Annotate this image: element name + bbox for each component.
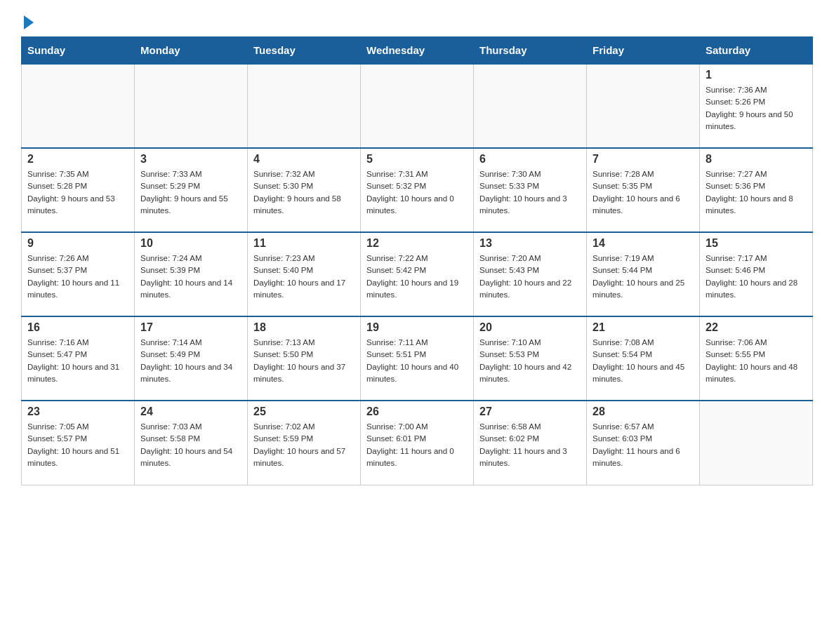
calendar-cell: 27Sunrise: 6:58 AMSunset: 6:02 PMDayligh… <box>474 401 587 485</box>
day-header-tuesday: Tuesday <box>248 37 361 65</box>
day-number: 6 <box>479 153 581 166</box>
day-number: 22 <box>706 321 807 334</box>
calendar-cell <box>474 64 587 148</box>
logo <box>21 14 34 29</box>
calendar-header-row: SundayMondayTuesdayWednesdayThursdayFrid… <box>22 37 813 65</box>
calendar-cell: 17Sunrise: 7:14 AMSunset: 5:49 PMDayligh… <box>135 316 248 401</box>
day-info: Sunrise: 7:22 AMSunset: 5:42 PMDaylight:… <box>366 253 468 301</box>
calendar-cell: 2Sunrise: 7:35 AMSunset: 5:28 PMDaylight… <box>22 148 135 232</box>
day-number: 21 <box>593 321 694 334</box>
day-info: Sunrise: 7:03 AMSunset: 5:58 PMDaylight:… <box>140 421 241 469</box>
day-header-monday: Monday <box>135 37 248 65</box>
calendar-cell: 22Sunrise: 7:06 AMSunset: 5:55 PMDayligh… <box>700 316 813 401</box>
day-number: 13 <box>479 237 581 250</box>
calendar-cell: 20Sunrise: 7:10 AMSunset: 5:53 PMDayligh… <box>474 316 587 401</box>
calendar-cell: 14Sunrise: 7:19 AMSunset: 5:44 PMDayligh… <box>587 232 700 316</box>
day-info: Sunrise: 6:58 AMSunset: 6:02 PMDaylight:… <box>479 421 581 469</box>
day-info: Sunrise: 7:30 AMSunset: 5:33 PMDaylight:… <box>479 168 581 217</box>
calendar-cell: 26Sunrise: 7:00 AMSunset: 6:01 PMDayligh… <box>361 401 474 485</box>
day-header-sunday: Sunday <box>22 37 135 65</box>
day-info: Sunrise: 7:31 AMSunset: 5:32 PMDaylight:… <box>366 168 468 217</box>
calendar-cell <box>248 64 361 148</box>
day-header-wednesday: Wednesday <box>361 37 474 65</box>
day-number: 25 <box>253 405 355 418</box>
day-info: Sunrise: 7:08 AMSunset: 5:54 PMDaylight:… <box>593 337 694 385</box>
day-number: 18 <box>253 321 355 334</box>
day-number: 5 <box>366 153 468 166</box>
day-info: Sunrise: 7:28 AMSunset: 5:35 PMDaylight:… <box>593 168 694 217</box>
day-number: 26 <box>366 405 468 418</box>
day-info: Sunrise: 7:14 AMSunset: 5:49 PMDaylight:… <box>140 337 241 385</box>
calendar-cell: 16Sunrise: 7:16 AMSunset: 5:47 PMDayligh… <box>22 316 135 401</box>
calendar-cell: 12Sunrise: 7:22 AMSunset: 5:42 PMDayligh… <box>361 232 474 316</box>
calendar-cell: 4Sunrise: 7:32 AMSunset: 5:30 PMDaylight… <box>248 148 361 232</box>
calendar-cell: 7Sunrise: 7:28 AMSunset: 5:35 PMDaylight… <box>587 148 700 232</box>
week-row-4: 16Sunrise: 7:16 AMSunset: 5:47 PMDayligh… <box>22 316 813 401</box>
day-info: Sunrise: 7:13 AMSunset: 5:50 PMDaylight:… <box>253 337 355 385</box>
day-info: Sunrise: 7:24 AMSunset: 5:39 PMDaylight:… <box>140 253 241 301</box>
calendar-cell: 5Sunrise: 7:31 AMSunset: 5:32 PMDaylight… <box>361 148 474 232</box>
day-info: Sunrise: 7:10 AMSunset: 5:53 PMDaylight:… <box>479 337 581 385</box>
calendar-cell: 11Sunrise: 7:23 AMSunset: 5:40 PMDayligh… <box>248 232 361 316</box>
day-number: 9 <box>27 237 128 250</box>
day-info: Sunrise: 7:02 AMSunset: 5:59 PMDaylight:… <box>253 421 355 469</box>
calendar-cell: 9Sunrise: 7:26 AMSunset: 5:37 PMDaylight… <box>22 232 135 316</box>
calendar-cell: 25Sunrise: 7:02 AMSunset: 5:59 PMDayligh… <box>248 401 361 485</box>
day-info: Sunrise: 7:26 AMSunset: 5:37 PMDaylight:… <box>27 253 128 301</box>
calendar-cell: 28Sunrise: 6:57 AMSunset: 6:03 PMDayligh… <box>587 401 700 485</box>
calendar-cell <box>587 64 700 148</box>
day-info: Sunrise: 7:20 AMSunset: 5:43 PMDaylight:… <box>479 253 581 301</box>
day-number: 2 <box>27 153 128 166</box>
day-header-thursday: Thursday <box>474 37 587 65</box>
day-number: 23 <box>27 405 128 418</box>
logo-arrow-icon <box>24 15 34 29</box>
day-number: 3 <box>140 153 241 166</box>
day-info: Sunrise: 6:57 AMSunset: 6:03 PMDaylight:… <box>593 421 694 469</box>
week-row-2: 2Sunrise: 7:35 AMSunset: 5:28 PMDaylight… <box>22 148 813 232</box>
day-number: 20 <box>479 321 581 334</box>
calendar-cell <box>700 401 813 485</box>
day-number: 19 <box>366 321 468 334</box>
calendar-cell: 24Sunrise: 7:03 AMSunset: 5:58 PMDayligh… <box>135 401 248 485</box>
day-header-friday: Friday <box>587 37 700 65</box>
calendar-cell: 10Sunrise: 7:24 AMSunset: 5:39 PMDayligh… <box>135 232 248 316</box>
day-number: 14 <box>593 237 694 250</box>
day-info: Sunrise: 7:17 AMSunset: 5:46 PMDaylight:… <box>706 253 807 301</box>
calendar-cell: 23Sunrise: 7:05 AMSunset: 5:57 PMDayligh… <box>22 401 135 485</box>
day-number: 15 <box>706 237 807 250</box>
calendar-cell: 8Sunrise: 7:27 AMSunset: 5:36 PMDaylight… <box>700 148 813 232</box>
day-number: 12 <box>366 237 468 250</box>
calendar-cell: 1Sunrise: 7:36 AMSunset: 5:26 PMDaylight… <box>700 64 813 148</box>
day-number: 4 <box>253 153 355 166</box>
calendar-cell: 15Sunrise: 7:17 AMSunset: 5:46 PMDayligh… <box>700 232 813 316</box>
calendar-cell <box>361 64 474 148</box>
week-row-5: 23Sunrise: 7:05 AMSunset: 5:57 PMDayligh… <box>22 401 813 485</box>
day-info: Sunrise: 7:05 AMSunset: 5:57 PMDaylight:… <box>27 421 128 469</box>
calendar-cell: 18Sunrise: 7:13 AMSunset: 5:50 PMDayligh… <box>248 316 361 401</box>
calendar-cell <box>22 64 135 148</box>
day-info: Sunrise: 7:23 AMSunset: 5:40 PMDaylight:… <box>253 253 355 301</box>
day-info: Sunrise: 7:06 AMSunset: 5:55 PMDaylight:… <box>706 337 807 385</box>
day-number: 28 <box>593 405 694 418</box>
day-info: Sunrise: 7:16 AMSunset: 5:47 PMDaylight:… <box>27 337 128 385</box>
day-info: Sunrise: 7:36 AMSunset: 5:26 PMDaylight:… <box>706 84 807 133</box>
day-info: Sunrise: 7:32 AMSunset: 5:30 PMDaylight:… <box>253 168 355 217</box>
calendar-cell: 21Sunrise: 7:08 AMSunset: 5:54 PMDayligh… <box>587 316 700 401</box>
calendar-cell: 13Sunrise: 7:20 AMSunset: 5:43 PMDayligh… <box>474 232 587 316</box>
calendar-cell <box>135 64 248 148</box>
calendar-cell: 19Sunrise: 7:11 AMSunset: 5:51 PMDayligh… <box>361 316 474 401</box>
day-info: Sunrise: 7:35 AMSunset: 5:28 PMDaylight:… <box>27 168 128 217</box>
day-header-saturday: Saturday <box>700 37 813 65</box>
calendar-cell: 3Sunrise: 7:33 AMSunset: 5:29 PMDaylight… <box>135 148 248 232</box>
day-number: 7 <box>593 153 694 166</box>
week-row-3: 9Sunrise: 7:26 AMSunset: 5:37 PMDaylight… <box>22 232 813 316</box>
day-number: 16 <box>27 321 128 334</box>
day-info: Sunrise: 7:19 AMSunset: 5:44 PMDaylight:… <box>593 253 694 301</box>
day-number: 17 <box>140 321 241 334</box>
day-info: Sunrise: 7:33 AMSunset: 5:29 PMDaylight:… <box>140 168 241 217</box>
day-number: 10 <box>140 237 241 250</box>
day-number: 1 <box>706 69 807 81</box>
day-info: Sunrise: 7:27 AMSunset: 5:36 PMDaylight:… <box>706 168 807 217</box>
day-number: 8 <box>706 153 807 166</box>
day-info: Sunrise: 7:00 AMSunset: 6:01 PMDaylight:… <box>366 421 468 469</box>
